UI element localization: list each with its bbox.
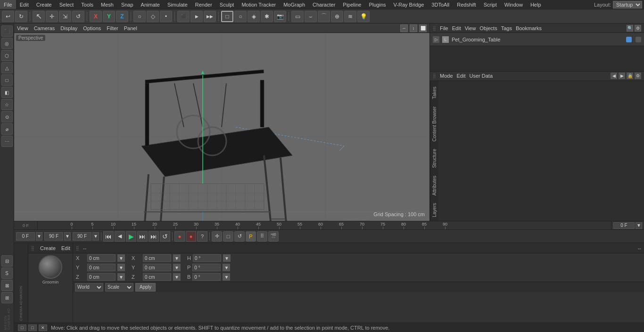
side-tab-content-browser[interactable]: Content Browser bbox=[431, 103, 438, 145]
transport-preview-end-arrow[interactable]: ▼ bbox=[64, 232, 71, 241]
render-region-button[interactable]: ⬛ bbox=[177, 11, 190, 22]
undo-button[interactable]: ↩ bbox=[2, 11, 14, 22]
menu-item-create[interactable]: Create bbox=[33, 0, 56, 9]
transport-icon-1[interactable]: ✛ bbox=[212, 231, 222, 242]
transport-icon-5[interactable]: ⠿ bbox=[257, 231, 267, 242]
coord-p-arrow[interactable]: ▼ bbox=[223, 264, 230, 271]
obj-mgr-objects[interactable]: Objects bbox=[479, 25, 497, 31]
left-panel-btn-4[interactable]: △ bbox=[1, 62, 13, 73]
menu-item-file[interactable]: File bbox=[0, 0, 16, 9]
rotate-tool-button[interactable]: ↺ bbox=[72, 11, 84, 22]
menu-item-snap[interactable]: Snap bbox=[117, 0, 137, 9]
viewport-icon-1[interactable]: ↔ bbox=[400, 24, 408, 32]
attr-lock-icon[interactable]: 🔒 bbox=[627, 73, 633, 79]
camera-button[interactable]: 📷 bbox=[274, 11, 286, 22]
left-panel-btn-9[interactable]: ⌀ bbox=[1, 123, 13, 135]
left-panel-btn-6[interactable]: ◧ bbox=[1, 87, 13, 98]
attr-nav-prev[interactable]: ◀ bbox=[611, 73, 617, 79]
menu-item-sculpt[interactable]: Sculpt bbox=[216, 0, 238, 9]
coord-y-size-arrow[interactable]: ▼ bbox=[173, 264, 181, 271]
left-panel-btn-bottom-4[interactable]: ⊞ bbox=[1, 292, 13, 303]
obj-mgr-bookmarks[interactable]: Bookmarks bbox=[516, 25, 542, 31]
coord-y-size-input[interactable] bbox=[143, 264, 171, 271]
transport-start-arrow[interactable]: ▼ bbox=[36, 232, 42, 241]
side-tab-attributes[interactable]: Attributes bbox=[431, 172, 438, 199]
transport-loop[interactable]: ↺ bbox=[160, 231, 170, 242]
transport-goto-end[interactable]: ⏭ bbox=[149, 231, 159, 242]
menu-item-render[interactable]: Render bbox=[191, 0, 216, 9]
point-mode-button[interactable]: • bbox=[160, 11, 172, 22]
transport-auto[interactable]: ? bbox=[197, 231, 207, 242]
menu-item-plugins[interactable]: Plugins bbox=[365, 0, 389, 9]
redo-button[interactable]: ↻ bbox=[15, 11, 27, 22]
mat-edit[interactable]: Edit bbox=[61, 245, 70, 251]
menu-item-motion-tracker[interactable]: Motion Tracker bbox=[238, 0, 280, 9]
status-icon-screen[interactable]: □ bbox=[18, 324, 26, 331]
z-axis-button[interactable]: Z bbox=[116, 11, 128, 22]
attr-settings-icon[interactable]: ⚙ bbox=[635, 73, 641, 79]
y-axis-button[interactable]: Y bbox=[103, 11, 115, 22]
poly-button[interactable]: ◈ bbox=[248, 11, 260, 22]
attr-nav-next[interactable]: ▶ bbox=[619, 73, 625, 79]
viewport-content[interactable]: Perspective Grid Spacing : 100 cm bbox=[14, 33, 429, 221]
x-axis-button[interactable]: X bbox=[90, 11, 102, 22]
transport-end-arrow[interactable]: ▼ bbox=[92, 232, 99, 241]
world-select[interactable]: World bbox=[75, 283, 103, 292]
viewport-menu-options[interactable]: Options bbox=[83, 25, 101, 31]
sky-button[interactable]: ⌣ bbox=[305, 11, 317, 22]
light-button[interactable]: ✱ bbox=[261, 11, 273, 22]
fields-button[interactable]: ≋ bbox=[344, 11, 356, 22]
left-panel-btn-8[interactable]: ⊙ bbox=[1, 111, 13, 122]
side-tab-takes[interactable]: Takes bbox=[431, 83, 438, 103]
menu-item-mograph[interactable]: MoGraph bbox=[280, 0, 309, 9]
viewport-menu-filter[interactable]: Filter bbox=[107, 25, 118, 31]
left-panel-btn-3[interactable]: ⬡ bbox=[1, 50, 13, 61]
sphere-button[interactable]: ○ bbox=[234, 11, 247, 22]
attr-mode[interactable]: Mode bbox=[440, 73, 453, 79]
menu-item-script[interactable]: Script bbox=[480, 0, 501, 9]
layout-select[interactable]: Startup bbox=[613, 1, 642, 8]
menu-item-3dtoall[interactable]: 3DToAll bbox=[428, 0, 453, 9]
render-active-button[interactable]: ▶ bbox=[190, 11, 203, 22]
attr-user-data[interactable]: User Data bbox=[470, 73, 493, 79]
side-tab-layers[interactable]: Layers bbox=[431, 199, 438, 221]
side-tab-structure[interactable]: Structure bbox=[431, 145, 438, 172]
object-mode-button[interactable]: ○ bbox=[133, 11, 146, 22]
menu-item-simulate[interactable]: Simulate bbox=[164, 0, 191, 9]
viewport-menu-view[interactable]: View bbox=[17, 25, 28, 31]
obj-mgr-file[interactable]: File bbox=[440, 25, 448, 31]
transport-icon-4[interactable]: P bbox=[246, 231, 256, 242]
transport-prev-frame[interactable]: ◀ bbox=[115, 231, 125, 242]
coord-z-size-arrow[interactable]: ▼ bbox=[173, 273, 181, 281]
transport-record-active[interactable]: ● bbox=[186, 231, 196, 242]
obj-mgr-search-icon[interactable]: 🔍 bbox=[627, 25, 633, 32]
left-panel-btn-10[interactable]: ⋯ bbox=[1, 136, 13, 147]
coord-y-pos-arrow[interactable]: ▼ bbox=[117, 264, 125, 271]
mograph-button[interactable]: ⊕ bbox=[331, 11, 343, 22]
transport-icon-6[interactable]: 🎬 bbox=[268, 231, 279, 242]
menu-item-pipeline[interactable]: Pipeline bbox=[339, 0, 365, 9]
viewport[interactable]: View Cameras Display Options Filter Pane… bbox=[14, 24, 429, 221]
timeline-frame-input[interactable] bbox=[613, 222, 635, 229]
menu-item-vray[interactable]: V-Ray Bridge bbox=[390, 0, 428, 9]
obj-mgr-view[interactable]: View bbox=[465, 25, 476, 31]
transport-icon-3[interactable]: ↺ bbox=[234, 231, 245, 242]
render-all-button[interactable]: ▶▶ bbox=[204, 11, 216, 22]
menu-item-tools[interactable]: Tools bbox=[77, 0, 97, 9]
transport-play[interactable]: ▶ bbox=[126, 231, 136, 242]
left-panel-btn-2[interactable]: ◎ bbox=[1, 38, 13, 49]
coord-z-size-input[interactable] bbox=[143, 273, 171, 281]
coord-b-arrow[interactable]: ▼ bbox=[223, 273, 230, 281]
coord-p-input[interactable] bbox=[192, 264, 221, 271]
transport-icon-2[interactable]: □ bbox=[223, 231, 233, 242]
coord-x-size-input[interactable] bbox=[143, 254, 171, 262]
left-panel-btn-7[interactable]: ☆ bbox=[1, 99, 13, 110]
obj-mgr-edit[interactable]: Edit bbox=[452, 25, 461, 31]
coord-y-pos-input[interactable] bbox=[87, 264, 116, 271]
scale-tool-button[interactable]: ⇲ bbox=[59, 11, 71, 22]
menu-item-window[interactable]: Window bbox=[501, 0, 527, 9]
floor-button[interactable]: ▭ bbox=[291, 11, 304, 22]
transport-record[interactable]: ● bbox=[174, 231, 185, 242]
coord-h-input[interactable] bbox=[193, 254, 221, 262]
menu-item-help[interactable]: Help bbox=[527, 0, 545, 9]
